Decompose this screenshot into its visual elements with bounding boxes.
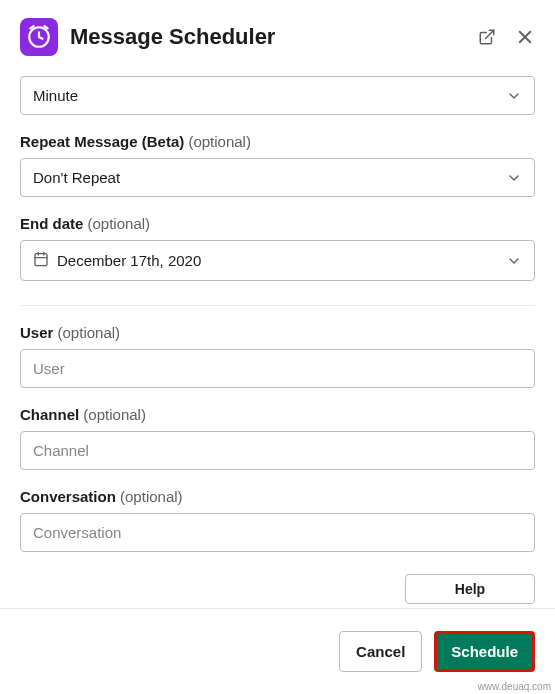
- close-icon[interactable]: [515, 27, 535, 47]
- conversation-label: Conversation (optional): [20, 488, 535, 505]
- chevron-down-icon: [506, 253, 522, 269]
- end-date-select[interactable]: December 17th, 2020: [20, 240, 535, 281]
- repeat-value: Don't Repeat: [33, 169, 120, 186]
- channel-input[interactable]: [20, 431, 535, 470]
- cancel-button[interactable]: Cancel: [339, 631, 422, 672]
- dialog-header: Message Scheduler: [0, 0, 555, 76]
- end-date-label: End date (optional): [20, 215, 535, 232]
- dialog-footer: Cancel Schedule: [0, 608, 555, 694]
- user-input[interactable]: [20, 349, 535, 388]
- channel-label: Channel (optional): [20, 406, 535, 423]
- section-divider: [20, 305, 535, 306]
- svg-line-1: [486, 30, 494, 38]
- minute-value: Minute: [33, 87, 78, 104]
- watermark: www.deuaq.com: [478, 681, 551, 692]
- svg-rect-4: [35, 254, 47, 266]
- repeat-label: Repeat Message (Beta) (optional): [20, 133, 535, 150]
- user-label: User (optional): [20, 324, 535, 341]
- help-button[interactable]: Help: [405, 574, 535, 604]
- conversation-input[interactable]: [20, 513, 535, 552]
- chevron-down-icon: [506, 170, 522, 186]
- chevron-down-icon: [506, 88, 522, 104]
- schedule-button[interactable]: Schedule: [434, 631, 535, 672]
- repeat-select[interactable]: Don't Repeat: [20, 158, 535, 197]
- app-icon: [20, 18, 58, 56]
- external-link-icon[interactable]: [477, 27, 497, 47]
- dialog-title: Message Scheduler: [70, 24, 465, 50]
- end-date-value: December 17th, 2020: [57, 252, 201, 269]
- minute-select[interactable]: Minute: [20, 76, 535, 115]
- calendar-icon: [33, 251, 49, 270]
